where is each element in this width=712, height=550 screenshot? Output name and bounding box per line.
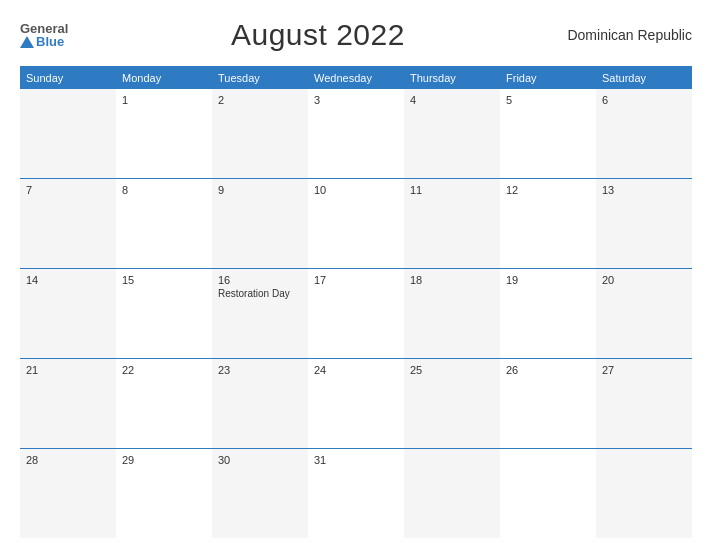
day-number: 6: [602, 94, 686, 106]
day-cell: 20: [596, 269, 692, 358]
day-number: 5: [506, 94, 590, 106]
day-cell: 16Restoration Day: [212, 269, 308, 358]
logo: General Blue: [20, 22, 68, 48]
day-cell: 17: [308, 269, 404, 358]
day-number: 9: [218, 184, 302, 196]
day-cell: 4: [404, 89, 500, 178]
day-number: 18: [410, 274, 494, 286]
calendar-page: General Blue August 2022 Dominican Repub…: [0, 0, 712, 550]
holiday-label: Restoration Day: [218, 288, 302, 299]
day-cell: 2: [212, 89, 308, 178]
logo-triangle-icon: [20, 36, 34, 48]
day-header-saturday: Saturday: [596, 68, 692, 88]
day-cell: 14: [20, 269, 116, 358]
day-number: 11: [410, 184, 494, 196]
month-title: August 2022: [231, 18, 405, 52]
day-number: 7: [26, 184, 110, 196]
calendar-grid: SundayMondayTuesdayWednesdayThursdayFrid…: [20, 66, 692, 538]
week-row-2: 141516Restoration Day17181920: [20, 268, 692, 358]
day-cell: 21: [20, 359, 116, 448]
day-cell: 7: [20, 179, 116, 268]
day-cell: 10: [308, 179, 404, 268]
day-cell: 3: [308, 89, 404, 178]
day-cell: 27: [596, 359, 692, 448]
day-number: 13: [602, 184, 686, 196]
day-cell: 5: [500, 89, 596, 178]
day-cell: 12: [500, 179, 596, 268]
day-cell: 26: [500, 359, 596, 448]
day-cell: 19: [500, 269, 596, 358]
day-cell: [404, 449, 500, 538]
day-cell: 13: [596, 179, 692, 268]
day-cell: 11: [404, 179, 500, 268]
day-number: 2: [218, 94, 302, 106]
day-header-sunday: Sunday: [20, 68, 116, 88]
week-row-4: 28293031: [20, 448, 692, 538]
day-cell: 6: [596, 89, 692, 178]
day-cell: [20, 89, 116, 178]
day-number: 20: [602, 274, 686, 286]
day-number: 29: [122, 454, 206, 466]
day-number: 31: [314, 454, 398, 466]
day-number: 21: [26, 364, 110, 376]
day-number: 19: [506, 274, 590, 286]
day-cell: [596, 449, 692, 538]
day-header-thursday: Thursday: [404, 68, 500, 88]
day-cell: 30: [212, 449, 308, 538]
week-row-0: 123456: [20, 88, 692, 178]
day-header-tuesday: Tuesday: [212, 68, 308, 88]
day-header-monday: Monday: [116, 68, 212, 88]
day-number: 10: [314, 184, 398, 196]
day-number: 8: [122, 184, 206, 196]
day-cell: 28: [20, 449, 116, 538]
day-number: 3: [314, 94, 398, 106]
day-cell: 8: [116, 179, 212, 268]
day-cell: 15: [116, 269, 212, 358]
day-header-wednesday: Wednesday: [308, 68, 404, 88]
day-headers-row: SundayMondayTuesdayWednesdayThursdayFrid…: [20, 68, 692, 88]
day-cell: 1: [116, 89, 212, 178]
day-cell: 24: [308, 359, 404, 448]
day-number: 27: [602, 364, 686, 376]
day-number: 14: [26, 274, 110, 286]
day-cell: 18: [404, 269, 500, 358]
logo-blue-text: Blue: [20, 35, 68, 48]
week-row-3: 21222324252627: [20, 358, 692, 448]
day-number: 25: [410, 364, 494, 376]
day-number: 12: [506, 184, 590, 196]
day-cell: 9: [212, 179, 308, 268]
day-cell: [500, 449, 596, 538]
week-row-1: 78910111213: [20, 178, 692, 268]
header: General Blue August 2022 Dominican Repub…: [20, 18, 692, 52]
day-number: 23: [218, 364, 302, 376]
day-cell: 23: [212, 359, 308, 448]
day-number: 1: [122, 94, 206, 106]
day-number: 30: [218, 454, 302, 466]
day-number: 26: [506, 364, 590, 376]
country-label: Dominican Republic: [567, 27, 692, 43]
day-number: 24: [314, 364, 398, 376]
day-header-friday: Friday: [500, 68, 596, 88]
day-number: 22: [122, 364, 206, 376]
day-number: 16: [218, 274, 302, 286]
day-cell: 29: [116, 449, 212, 538]
day-number: 28: [26, 454, 110, 466]
day-number: 15: [122, 274, 206, 286]
day-number: 17: [314, 274, 398, 286]
weeks-container: 12345678910111213141516Restoration Day17…: [20, 88, 692, 538]
day-cell: 31: [308, 449, 404, 538]
day-cell: 22: [116, 359, 212, 448]
day-number: 4: [410, 94, 494, 106]
day-cell: 25: [404, 359, 500, 448]
